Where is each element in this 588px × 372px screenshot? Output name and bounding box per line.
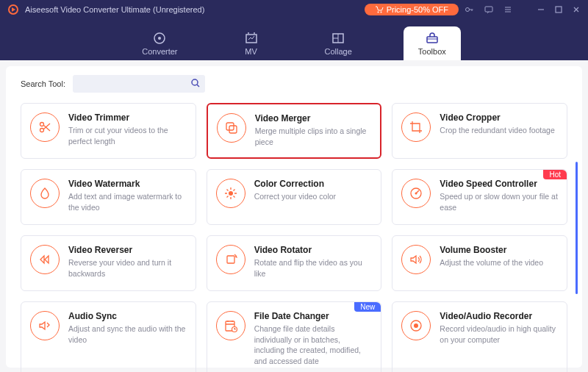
card-desc: Change file date details individually or… <box>254 323 373 367</box>
card-body: Video TrimmerTrim or cut your videos to … <box>68 112 187 149</box>
card-desc: Rotate and flip the video as you like <box>254 257 373 279</box>
app-logo-icon <box>7 4 19 15</box>
menu-icon[interactable] <box>503 4 513 15</box>
titlebar: Aiseesoft Video Converter Ultimate (Unre… <box>0 0 588 19</box>
app-title: Aiseesoft Video Converter Ultimate (Unre… <box>25 5 365 14</box>
tool-card-date[interactable]: File Date ChangerChange file date detail… <box>207 301 382 372</box>
tool-card-sync[interactable]: Audio SyncAdjust and sync the audio with… <box>21 301 196 372</box>
record-icon <box>401 311 431 340</box>
card-body: Audio SyncAdjust and sync the audio with… <box>68 311 187 367</box>
svg-point-10 <box>254 32 255 34</box>
svg-point-20 <box>415 193 417 195</box>
rotate-icon <box>216 245 245 274</box>
svg-point-7 <box>158 37 161 40</box>
card-desc: Correct your video color <box>254 191 373 202</box>
card-desc: Speed up or slow down your file at ease <box>440 191 558 212</box>
converter-icon <box>152 31 167 46</box>
card-body: Video RotatorRotate and flip the video a… <box>254 245 373 282</box>
search-icon[interactable] <box>190 78 201 91</box>
svg-rect-16 <box>226 123 234 130</box>
svg-rect-5 <box>556 7 562 12</box>
card-body: Color CorrectionCorrect your video color <box>254 179 373 215</box>
key-icon[interactable] <box>465 4 475 15</box>
card-desc: Adjust the volume of the video <box>440 257 558 268</box>
color-icon <box>216 179 245 208</box>
svg-point-2 <box>380 12 381 13</box>
card-title: Video Trimmer <box>68 112 187 123</box>
card-desc: Adjust and sync the audio with the video <box>68 323 187 345</box>
card-title: Video Watermark <box>68 179 187 189</box>
svg-rect-21 <box>227 256 234 263</box>
minimize-icon[interactable] <box>537 5 545 14</box>
card-body: Video MergerMerge multiple clips into a … <box>255 113 372 149</box>
feedback-icon[interactable] <box>484 4 494 15</box>
card-desc: Crop the redundant video footage <box>440 125 558 136</box>
card-title: Video Cropper <box>440 112 558 123</box>
card-body: Video WatermarkAdd text and image waterm… <box>68 179 187 215</box>
window-controls <box>465 4 581 15</box>
card-desc: Reverse your video and turn it backwards <box>68 257 187 279</box>
search-row: Search Tool: <box>21 75 567 93</box>
card-title: Video Merger <box>255 113 372 124</box>
pricing-label: Pricing-50% OFF <box>387 5 448 14</box>
svg-point-25 <box>414 323 418 328</box>
tab-label: MV <box>245 47 257 56</box>
mv-icon <box>244 31 259 46</box>
card-body: Volume BoosterAdjust the volume of the v… <box>440 245 558 282</box>
svg-point-18 <box>229 191 233 196</box>
tool-card-volume[interactable]: Volume BoosterAdjust the volume of the v… <box>392 235 567 291</box>
search-box <box>73 75 205 93</box>
tab-toolbox[interactable]: Toolbox <box>404 26 461 60</box>
collage-icon <box>331 31 345 46</box>
watermark-icon <box>30 179 60 208</box>
svg-point-1 <box>377 12 379 13</box>
card-title: Volume Booster <box>440 245 558 255</box>
svg-point-14 <box>40 123 44 126</box>
card-title: Video/Audio Recorder <box>440 311 558 321</box>
svg-point-15 <box>40 129 44 132</box>
search-input[interactable] <box>73 75 205 93</box>
card-title: Video Reverser <box>68 245 187 255</box>
card-body: Video CropperCrop the redundant video fo… <box>440 112 558 149</box>
svg-rect-12 <box>427 37 437 43</box>
card-desc: Trim or cut your videos to the perfect l… <box>68 125 187 146</box>
scrollbar[interactable] <box>576 162 578 294</box>
content-area: Search Tool: Video TrimmerTrim or cut yo… <box>6 66 582 368</box>
navbar: Converter MV Collage Toolbox <box>0 19 588 60</box>
tab-mv[interactable]: MV <box>229 26 273 60</box>
card-body: Video ReverserReverse your video and tur… <box>68 245 187 282</box>
date-icon <box>216 311 245 340</box>
maximize-icon[interactable] <box>554 5 563 14</box>
svg-point-9 <box>248 32 249 34</box>
card-desc: Merge multiple clips into a single piece <box>255 126 372 147</box>
card-title: Video Speed Controller <box>440 179 558 189</box>
tool-card-rotate[interactable]: Video RotatorRotate and flip the video a… <box>207 235 382 291</box>
search-label: Search Tool: <box>21 79 65 88</box>
tool-card-color[interactable]: Color CorrectionCorrect your video color <box>207 169 382 225</box>
tool-card-scissors[interactable]: Video TrimmerTrim or cut your videos to … <box>21 103 196 159</box>
tool-card-watermark[interactable]: Video WatermarkAdd text and image waterm… <box>21 169 196 225</box>
tab-collage[interactable]: Collage <box>310 26 367 60</box>
sync-icon <box>30 311 60 340</box>
tool-card-speed[interactable]: Video Speed ControllerSpeed up or slow d… <box>392 169 567 225</box>
svg-point-13 <box>192 79 198 85</box>
badge-new: New <box>354 302 381 312</box>
tools-grid: Video TrimmerTrim or cut your videos to … <box>21 103 567 372</box>
tab-label: Toolbox <box>418 47 446 56</box>
toolbox-icon <box>425 31 440 46</box>
tool-card-crop[interactable]: Video CropperCrop the redundant video fo… <box>392 103 567 159</box>
tab-label: Converter <box>142 47 177 56</box>
tab-label: Collage <box>325 47 352 56</box>
tool-card-record[interactable]: Video/Audio RecorderRecord video/audio i… <box>392 301 567 372</box>
speed-icon <box>401 179 431 208</box>
volume-icon <box>401 245 431 274</box>
tab-converter[interactable]: Converter <box>127 26 192 60</box>
pricing-button[interactable]: Pricing-50% OFF <box>365 4 459 15</box>
card-body: File Date ChangerChange file date detail… <box>254 311 373 367</box>
close-icon[interactable] <box>572 5 581 14</box>
card-desc: Record video/audio in high quality on yo… <box>440 323 558 345</box>
svg-rect-17 <box>229 126 237 133</box>
tool-card-reverse[interactable]: Video ReverserReverse your video and tur… <box>21 235 196 291</box>
card-title: File Date Changer <box>254 311 373 321</box>
tool-card-merge[interactable]: Video MergerMerge multiple clips into a … <box>207 103 382 159</box>
